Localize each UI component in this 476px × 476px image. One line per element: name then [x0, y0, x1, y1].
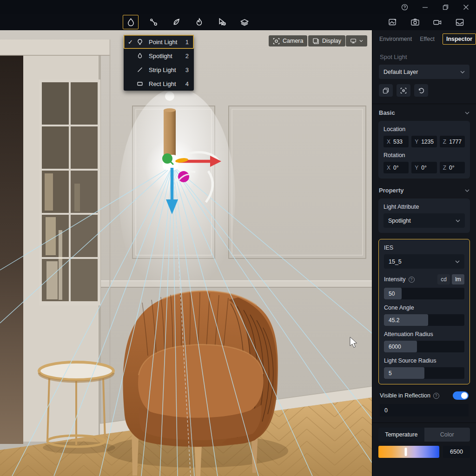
flame-icon: [194, 17, 204, 27]
basic-section-title: Basic: [379, 109, 395, 116]
camera-photo-icon: [410, 17, 420, 27]
focus-target-icon: [400, 87, 407, 94]
screen-sync-button[interactable]: [346, 35, 367, 46]
location-label: Location: [383, 126, 465, 132]
property-section-title: Property: [379, 187, 403, 194]
quick-actions: [379, 84, 469, 97]
check-icon: ✓: [128, 39, 137, 46]
temperature-value[interactable]: 6500: [443, 446, 470, 458]
menu-item-shortcut: 1: [185, 39, 189, 46]
viewport-scene: [0, 30, 372, 476]
rotation-z-field[interactable]: Z 0°: [440, 162, 465, 173]
menu-item-rect-light[interactable]: Rect Light 4: [124, 77, 194, 91]
cursor-add-icon: [217, 17, 227, 27]
leaf-icon: [172, 17, 181, 27]
reflection-info-icon[interactable]: ?: [433, 393, 439, 399]
unit-cd-button[interactable]: cd: [437, 274, 450, 284]
chevron-down-icon: [460, 71, 465, 73]
menu-item-strip-light[interactable]: Strip Light 3: [124, 63, 194, 77]
select-add-tool-button[interactable]: [214, 15, 230, 29]
inspector-panel: Environment Effect Inspector Spot Light …: [372, 30, 476, 476]
temperature-slider-handle[interactable]: [404, 448, 407, 456]
display-mode-button[interactable]: Display: [308, 35, 345, 46]
menu-item-spotlight[interactable]: Spotlight 2: [124, 49, 194, 63]
tab-effect[interactable]: Effect: [420, 36, 435, 42]
section-divider: [372, 104, 476, 104]
basic-section-header[interactable]: Basic: [379, 109, 469, 116]
light-attribute-select[interactable]: Spotlight: [383, 213, 465, 228]
bulb-icon: [137, 39, 145, 46]
intensity-slider[interactable]: 50: [384, 288, 464, 299]
location-z-field[interactable]: Z 1777: [440, 136, 465, 147]
basic-card: Location X 533 Y 1235 Z 1777 Rotatio: [378, 121, 470, 178]
rotation-label: Rotation: [383, 152, 465, 159]
attenuation-radius-slider[interactable]: 6000: [384, 341, 464, 352]
reflection-value-input[interactable]: 0: [380, 404, 469, 416]
focus-button[interactable]: [397, 84, 410, 97]
layer-select[interactable]: Default Layer: [379, 65, 469, 79]
ies-select[interactable]: 15_5: [384, 254, 464, 269]
reset-undo-icon: [418, 87, 424, 94]
camera-view-button[interactable]: Camera: [269, 35, 307, 46]
selected-object-type: Spot Light: [380, 53, 469, 60]
visible-in-reflection-toggle[interactable]: [453, 391, 469, 400]
unit-lm-button[interactable]: lm: [452, 274, 464, 284]
point-light-icon: [126, 17, 136, 27]
minimize-button[interactable]: [415, 0, 435, 14]
photo-button[interactable]: [409, 16, 421, 28]
camera-frame-icon: [273, 38, 280, 45]
restore-button[interactable]: [435, 0, 456, 14]
light-type-menu: ✓ Point Light 1: [124, 35, 194, 91]
light-tool-button[interactable]: [123, 15, 139, 29]
menu-item-label: Point Light: [149, 39, 185, 46]
rotation-x-field[interactable]: X 0°: [383, 162, 409, 173]
rotation-fields: X 0° Y 0° Z 0°: [383, 162, 465, 173]
tab-inspector[interactable]: Inspector: [443, 33, 476, 45]
temperature-slider[interactable]: [378, 446, 439, 458]
cone-angle-value: 45.2: [389, 314, 399, 326]
reset-button[interactable]: [414, 84, 428, 97]
location-x-field[interactable]: X 533: [383, 136, 409, 147]
tab-environment[interactable]: Environment: [379, 36, 412, 42]
layer-select-value: Default Layer: [383, 69, 418, 75]
temperature-tab[interactable]: Temperature: [378, 428, 424, 442]
layers-icon: [239, 17, 250, 27]
tool-group: [123, 14, 252, 30]
video-button[interactable]: [431, 16, 443, 28]
menu-item-shortcut: 3: [185, 66, 189, 73]
close-button[interactable]: [456, 0, 476, 14]
render-image-icon: [388, 17, 398, 27]
render-image-button[interactable]: [387, 16, 399, 28]
light-source-radius-value: 5: [389, 367, 392, 379]
cone-angle-slider[interactable]: 45.2: [384, 314, 464, 326]
property-section-header[interactable]: Property: [379, 187, 469, 194]
material-tool-button[interactable]: [237, 15, 252, 29]
attenuation-radius-value: 6000: [389, 341, 401, 352]
import-button[interactable]: [454, 16, 466, 28]
light-attribute-label: Light Attribute: [383, 204, 465, 210]
location-y-field[interactable]: Y 1235: [411, 136, 437, 147]
help-icon[interactable]: [394, 0, 415, 14]
title-bar: [0, 0, 476, 14]
menu-item-point-light[interactable]: ✓ Point Light 1: [124, 35, 194, 49]
intensity-row: Intensity ? cd lm: [384, 274, 464, 284]
menu-item-label: Strip Light: [149, 66, 185, 73]
spotlight-icon: [137, 53, 145, 59]
intensity-value: 50: [389, 288, 395, 299]
ies-card: IES 15_5 Intensity ? cd lm 50: [378, 239, 470, 384]
link-tool-button[interactable]: [145, 15, 161, 29]
attenuation-radius-label: Attenuation Radius: [384, 331, 464, 337]
glass-door-panes: [39, 79, 100, 305]
light-attribute-card: Light Attribute Spotlight: [378, 198, 470, 233]
viewport-3d[interactable]: ✓ Point Light 1: [0, 30, 372, 476]
duplicate-button[interactable]: [379, 84, 393, 97]
camera-button-label: Camera: [283, 38, 303, 44]
rotation-y-field[interactable]: Y 0°: [411, 162, 436, 173]
flame-tool-button[interactable]: [191, 15, 207, 29]
menu-item-label: Rect Light: [149, 80, 185, 87]
intensity-info-icon[interactable]: ?: [409, 277, 415, 283]
foliage-tool-button[interactable]: [168, 15, 184, 29]
light-source-radius-slider[interactable]: 5: [384, 367, 464, 379]
chevron-down-icon: [455, 260, 460, 263]
color-tab[interactable]: Color: [424, 428, 470, 442]
